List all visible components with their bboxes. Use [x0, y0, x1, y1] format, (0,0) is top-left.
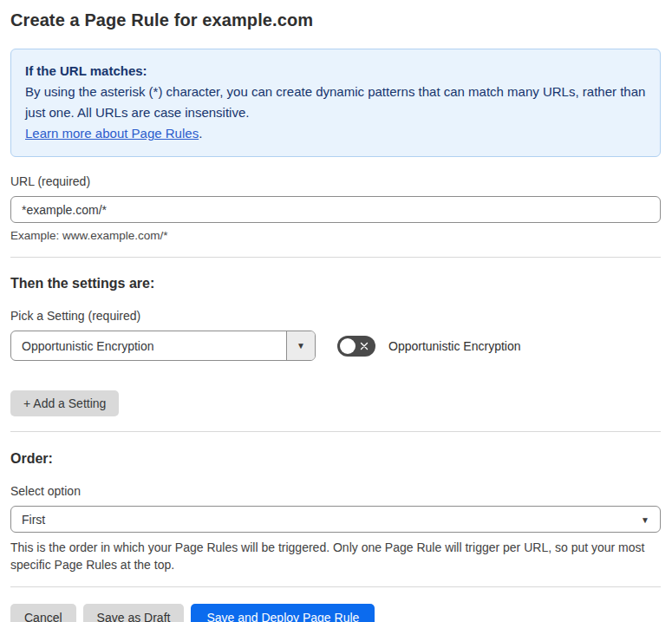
setting-dropdown-value: Opportunistic Encryption: [11, 331, 286, 360]
divider: [10, 431, 661, 432]
toggle-label: Opportunistic Encryption: [388, 339, 521, 353]
link-suffix: .: [199, 126, 202, 141]
info-box-body: By using the asterisk (*) character, you…: [25, 82, 646, 123]
order-select[interactable]: First ▼: [10, 506, 661, 533]
url-example-helper: Example: www.example.com/*: [10, 229, 661, 242]
save-as-draft-button[interactable]: Save as Draft: [83, 604, 185, 622]
order-section-heading: Order:: [10, 451, 661, 467]
order-select-label: Select option: [10, 484, 661, 498]
info-box-link-line: Learn more about Page Rules.: [25, 123, 646, 144]
setting-dropdown[interactable]: Opportunistic Encryption ▼: [10, 331, 316, 361]
pick-setting-label: Pick a Setting (required): [10, 309, 661, 323]
toggle-knob: [340, 338, 356, 354]
chevron-down-icon: ▼: [297, 341, 305, 350]
url-field-label: URL (required): [10, 174, 661, 188]
footer-buttons: Cancel Save as Draft Save and Deploy Pag…: [10, 604, 661, 622]
order-helper-text: This is the order in which your Page Rul…: [10, 539, 659, 573]
opportunistic-encryption-toggle[interactable]: [337, 336, 375, 357]
settings-section-heading: Then the settings are:: [10, 276, 661, 291]
url-input[interactable]: [10, 196, 661, 223]
info-box-heading: If the URL matches:: [25, 61, 646, 82]
divider: [10, 257, 661, 258]
add-setting-button[interactable]: + Add a Setting: [10, 390, 119, 416]
learn-more-link[interactable]: Learn more about Page Rules: [25, 126, 199, 141]
page-title: Create a Page Rule for example.com: [10, 10, 661, 30]
dropdown-arrow-button[interactable]: ▼: [286, 331, 315, 360]
url-matches-info-box: If the URL matches: By using the asteris…: [10, 49, 661, 157]
cancel-button[interactable]: Cancel: [10, 604, 76, 622]
toggle-off-x-icon: [359, 341, 369, 351]
save-and-deploy-button[interactable]: Save and Deploy Page Rule: [191, 604, 375, 622]
setting-row: Opportunistic Encryption ▼ Opportunistic…: [10, 331, 661, 361]
divider: [10, 586, 661, 587]
caret-down-icon: ▼: [641, 514, 649, 524]
page-rule-form: Create a Page Rule for example.com If th…: [0, 0, 672, 622]
order-select-value: First: [22, 513, 45, 527]
